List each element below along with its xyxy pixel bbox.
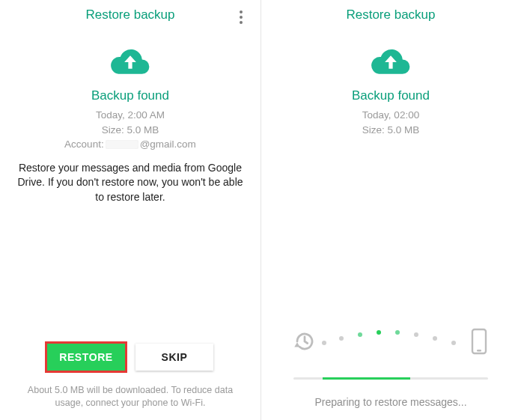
- overflow-menu-icon[interactable]: [235, 6, 247, 28]
- progress-area: Preparing to restore messages...: [260, 328, 521, 420]
- redacted-account-name: [106, 140, 138, 149]
- cloud-upload-icon: [370, 46, 412, 78]
- page-title: Restore backup: [85, 7, 174, 22]
- history-clock-icon: [293, 330, 316, 353]
- backup-size: Size: 5.0 MB: [64, 123, 196, 138]
- header: Restore backup: [0, 0, 260, 27]
- svg-rect-1: [477, 350, 481, 352]
- progress-status-text: Preparing to restore messages...: [314, 396, 466, 408]
- backup-size: Size: 5.0 MB: [362, 123, 420, 138]
- restore-description: Restore your messages and media from Goo…: [0, 161, 260, 205]
- backup-time: Today, 2:00 AM: [64, 108, 196, 123]
- transfer-dots: [319, 330, 463, 345]
- skip-button[interactable]: SKIP: [135, 344, 213, 371]
- transfer-illustration: [293, 328, 488, 355]
- progress-bar: [323, 377, 410, 380]
- restore-progress-panel-right: Restore backup Backup found Today, 02:00…: [260, 0, 521, 420]
- backup-found-heading: Backup found: [352, 88, 430, 103]
- backup-time: Today, 02:00: [362, 108, 420, 123]
- action-row: RESTORE SKIP: [32, 344, 228, 381]
- download-footnote: About 5.0 MB will be downloaded. To redu…: [0, 381, 260, 420]
- backup-meta: Today, 02:00 Size: 5.0 MB: [362, 108, 420, 137]
- backup-account: Account: @gmail.com: [64, 137, 196, 152]
- page-title: Restore backup: [346, 7, 435, 22]
- phone-icon: [470, 328, 488, 355]
- cloud-upload-icon: [109, 46, 151, 78]
- backup-meta: Today, 2:00 AM Size: 5.0 MB Account: @gm…: [64, 108, 196, 152]
- restore-found-panel-left: Restore backup Backup found Today, 2:00 …: [0, 0, 260, 420]
- progress-track: [293, 377, 488, 380]
- backup-found-heading: Backup found: [91, 88, 169, 103]
- restore-button[interactable]: RESTORE: [47, 344, 125, 371]
- header: Restore backup: [260, 0, 521, 27]
